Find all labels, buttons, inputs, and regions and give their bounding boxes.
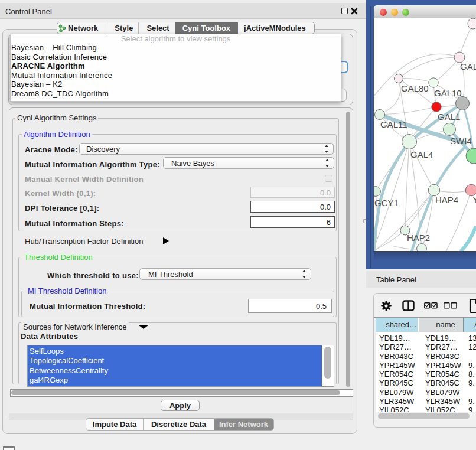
svg-text:GAL10: GAL10: [434, 88, 462, 98]
svg-text:SWI4: SWI4: [450, 136, 472, 146]
svg-text:HAP4: HAP4: [435, 195, 458, 205]
svg-text:GAL4: GAL4: [410, 149, 433, 159]
svg-text:GAL80: GAL80: [401, 83, 429, 93]
svg-text:GAL11: GAL11: [380, 119, 407, 129]
svg-text:GAL7: GAL7: [460, 61, 476, 71]
svg-text:HAP2: HAP2: [407, 233, 430, 243]
svg-text:Y: Y: [472, 194, 476, 204]
svg-text:GCY1: GCY1: [374, 198, 399, 208]
svg-text:GAL1: GAL1: [438, 112, 460, 122]
